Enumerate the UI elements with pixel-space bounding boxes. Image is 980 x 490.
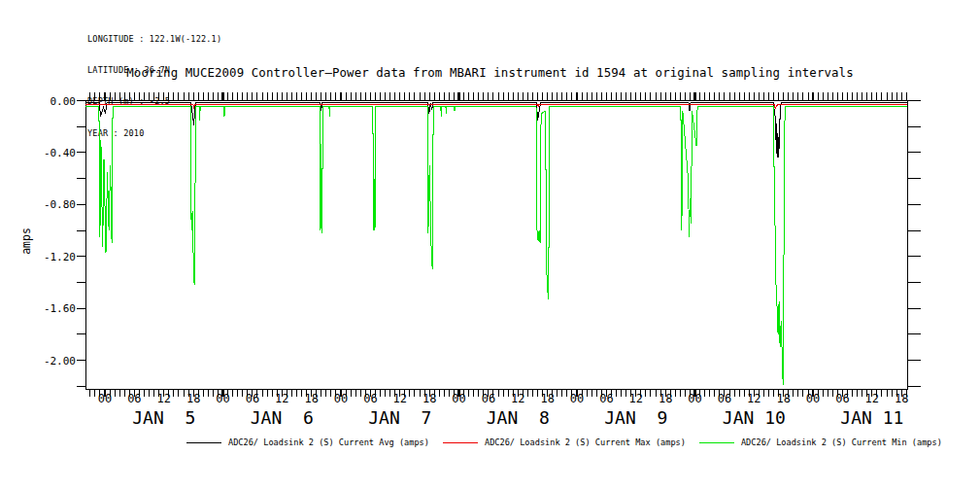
y-tick-label: -0.40 xyxy=(44,147,76,159)
hour-label: 18 xyxy=(304,392,318,405)
legend-line-avg xyxy=(186,442,221,443)
hour-label: 00 xyxy=(216,392,229,405)
hour-label: 06 xyxy=(246,392,259,405)
hour-label: 18 xyxy=(895,392,908,405)
y-tick-label: -0.80 xyxy=(44,198,76,211)
series-line-min xyxy=(85,107,907,385)
hour-label: 00 xyxy=(570,392,584,405)
date-label: JAN 11 xyxy=(840,407,903,428)
hour-label: 18 xyxy=(422,392,436,405)
hour-label: 06 xyxy=(718,392,731,405)
date-label: JAN 7 xyxy=(368,407,431,428)
hour-label: 00 xyxy=(452,392,465,405)
y-tick-label: -1.60 xyxy=(44,302,76,315)
date-label: JAN 6 xyxy=(251,407,314,428)
hour-label: 12 xyxy=(629,392,643,405)
date-label: JAN 9 xyxy=(604,407,667,428)
date-label: JAN 8 xyxy=(487,407,550,428)
hour-label: 00 xyxy=(98,392,112,405)
hour-label: 12 xyxy=(511,392,524,405)
hour-label: 12 xyxy=(393,392,407,405)
hour-label: 18 xyxy=(659,392,672,405)
hour-label: 18 xyxy=(186,392,200,405)
series-line-avg xyxy=(85,103,907,158)
legend-label-max: ADC26/ Loadsink 2 (S) Current Max (amps) xyxy=(485,438,686,447)
hour-label: 12 xyxy=(157,392,171,405)
legend: ADC26/ Loadsink 2 (S) Current Avg (amps)… xyxy=(186,436,942,449)
hour-label: 06 xyxy=(363,392,377,405)
date-label: JAN 10 xyxy=(723,407,786,428)
y-tick-label: -1.20 xyxy=(44,251,76,263)
y-tick-label: -2.00 xyxy=(44,355,76,368)
hour-label: 00 xyxy=(334,392,348,405)
hour-label: 18 xyxy=(540,392,554,405)
chart-plot-area: 0006121800061218000612180006121800061218… xyxy=(0,0,980,490)
y-tick-label: 0.00 xyxy=(51,95,77,108)
hour-label: 06 xyxy=(835,392,849,405)
date-label: JAN 5 xyxy=(132,407,195,428)
legend-label-avg: ADC26/ Loadsink 2 (S) Current Avg (amps) xyxy=(228,438,429,447)
hour-label: 18 xyxy=(776,392,790,405)
legend-line-min xyxy=(699,442,734,443)
legend-line-max xyxy=(443,442,478,443)
hour-label: 00 xyxy=(806,392,820,405)
hour-label: 06 xyxy=(482,392,495,405)
legend-label-min: ADC26/ Loadsink 2 (S) Current Min (amps) xyxy=(741,438,942,447)
hour-label: 12 xyxy=(865,392,879,405)
plot-screenshot: LONGITUDE : 122.1W(-122.1) LATITUDE : 36… xyxy=(0,0,980,490)
hour-label: 12 xyxy=(747,392,760,405)
hour-label: 12 xyxy=(275,392,288,405)
hour-label: 06 xyxy=(599,392,613,405)
hour-label: 06 xyxy=(127,392,141,405)
hour-label: 00 xyxy=(688,392,701,405)
